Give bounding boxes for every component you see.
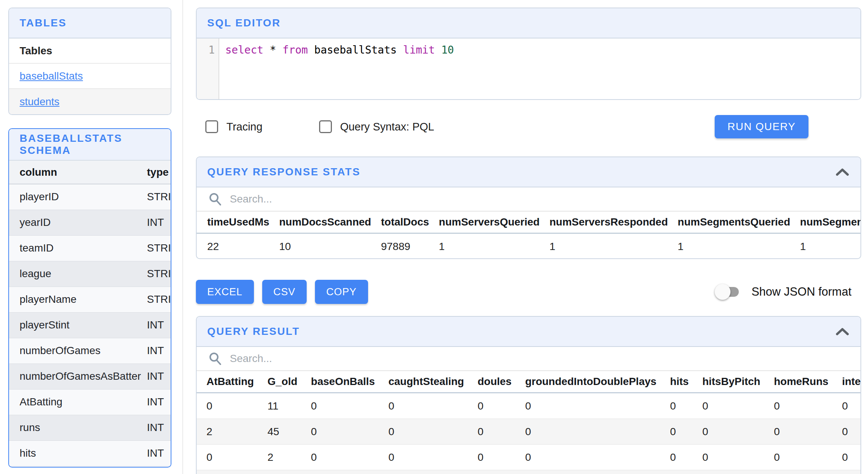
schema-row: leagueSTRING bbox=[9, 261, 171, 287]
result-cell: 0 bbox=[197, 393, 267, 419]
result-column-header[interactable]: doules bbox=[478, 371, 525, 393]
schema-column-type: INT bbox=[147, 389, 171, 415]
pql-checkbox[interactable] bbox=[319, 120, 332, 133]
result-search-input[interactable] bbox=[229, 352, 494, 365]
code-token: select bbox=[225, 44, 263, 56]
schema-column-name: hits bbox=[9, 440, 147, 466]
result-cell: 0 bbox=[670, 445, 702, 470]
result-cell bbox=[670, 470, 702, 474]
tracing-checkbox-group: Tracing bbox=[205, 120, 263, 133]
schema-column-type: INT bbox=[147, 440, 171, 466]
result-cell: 0 bbox=[842, 393, 861, 419]
toggle-knob bbox=[715, 284, 730, 300]
result-column-header[interactable]: hits bbox=[670, 371, 702, 393]
schema-column-name: yearID bbox=[9, 210, 147, 235]
excel-button[interactable]: EXCEL bbox=[196, 280, 254, 304]
run-query-button[interactable]: RUN QUERY bbox=[715, 115, 808, 138]
schema-row: playerStintINT bbox=[9, 312, 171, 338]
stats-column-header[interactable]: numDocsScanned bbox=[279, 212, 381, 233]
schema-column-type: STRING bbox=[147, 184, 171, 210]
stats-collapse-button[interactable] bbox=[834, 166, 851, 178]
result-column-header[interactable]: caughtStealing bbox=[388, 371, 478, 393]
copy-button[interactable]: COPY bbox=[315, 280, 368, 304]
stats-search-input[interactable] bbox=[229, 193, 494, 206]
result-cell: 0 bbox=[197, 445, 267, 470]
code-token bbox=[263, 44, 270, 56]
schema-row: yearIDINT bbox=[9, 210, 171, 235]
result-column-header[interactable]: G_old bbox=[267, 371, 311, 393]
result-cell: 0 bbox=[478, 445, 525, 470]
sql-editor-title: SQL EDITOR bbox=[207, 17, 281, 29]
stats-column-header[interactable]: timeUsedMs bbox=[197, 212, 279, 233]
stats-search-row bbox=[197, 187, 860, 212]
schema-col-header-type: type bbox=[147, 161, 171, 184]
code-token bbox=[276, 44, 283, 56]
result-collapse-button[interactable] bbox=[834, 326, 851, 337]
search-icon bbox=[208, 351, 222, 366]
sql-editor-header: SQL EDITOR bbox=[197, 8, 860, 38]
result-row bbox=[197, 470, 861, 474]
result-cell: 0 bbox=[388, 445, 478, 470]
result-cell: 0 bbox=[478, 393, 525, 419]
result-cell: 0 bbox=[702, 419, 774, 445]
code-token: baseballStats bbox=[308, 44, 403, 56]
stats-column-header[interactable]: numSegmentsProcessed bbox=[800, 212, 861, 233]
schema-column-name: playerStint bbox=[9, 312, 147, 338]
result-row: 24500000000 bbox=[197, 419, 861, 445]
search-icon bbox=[208, 192, 222, 206]
code-token bbox=[435, 44, 441, 56]
result-cell: 0 bbox=[842, 419, 861, 445]
result-panel-header: QUERY RESULT bbox=[197, 317, 860, 347]
stats-panel-header: QUERY RESPONSE STATS bbox=[197, 157, 860, 187]
tracing-checkbox[interactable] bbox=[205, 120, 218, 133]
result-cell: 0 bbox=[311, 445, 388, 470]
show-json-toggle[interactable] bbox=[717, 287, 739, 297]
table-link-students[interactable]: students bbox=[20, 96, 60, 108]
tables-panel-header: TABLES bbox=[9, 8, 171, 38]
sql-query-text[interactable]: select * from baseballStats limit 10 bbox=[219, 38, 860, 100]
result-cell bbox=[267, 470, 311, 474]
stats-column-header[interactable]: totalDocs bbox=[381, 212, 439, 233]
schema-panel-title: BASEBALLSTATS SCHEMA bbox=[20, 132, 161, 156]
stats-cell: 10 bbox=[279, 233, 381, 259]
schema-row: playerIDSTRING bbox=[9, 184, 171, 210]
code-token: limit bbox=[403, 44, 435, 56]
chevron-up-icon bbox=[836, 327, 849, 336]
result-column-header[interactable]: groundedIntoDoublePlays bbox=[525, 371, 670, 393]
result-column-header[interactable]: hitsByPitch bbox=[702, 371, 774, 393]
schema-column-name: numberOfGamesAsBatter bbox=[9, 364, 147, 389]
query-response-stats-panel: QUERY RESPONSE STATS timeUsedMsnumDocsSc… bbox=[196, 156, 861, 259]
tables-list: baseballStatsstudents bbox=[9, 64, 171, 114]
sql-code-editor[interactable]: 1 select * from baseballStats limit 10 bbox=[197, 38, 860, 100]
csv-button[interactable]: CSV bbox=[262, 280, 307, 304]
code-token: * bbox=[270, 44, 276, 56]
schema-column-type: INT bbox=[147, 338, 171, 364]
schema-column-name: AtBatting bbox=[9, 389, 147, 415]
result-column-header[interactable]: intentionalWalks bbox=[842, 371, 861, 393]
schema-column-type: STRING bbox=[147, 287, 171, 312]
result-cell: 0 bbox=[525, 393, 670, 419]
result-cell bbox=[388, 470, 478, 474]
schema-row: hitsINT bbox=[9, 440, 171, 466]
result-row: 01100000000 bbox=[197, 393, 861, 419]
result-column-header[interactable]: homeRuns bbox=[774, 371, 842, 393]
tables-panel: TABLES Tables baseballStatsstudents bbox=[8, 8, 171, 115]
result-cell: 0 bbox=[670, 419, 702, 445]
result-cell: 0 bbox=[774, 445, 842, 470]
schema-column-name: playerName bbox=[9, 287, 147, 312]
table-link-baseballStats[interactable]: baseballStats bbox=[20, 70, 83, 82]
stats-cell: 97889 bbox=[381, 233, 439, 259]
stats-column-header[interactable]: numSegmentsQueried bbox=[678, 212, 800, 233]
result-column-header[interactable]: baseOnBalls bbox=[311, 371, 388, 393]
result-cell bbox=[311, 470, 388, 474]
result-cell: 0 bbox=[702, 445, 774, 470]
stats-cell: 1 bbox=[678, 233, 800, 259]
schema-row: playerNameSTRING bbox=[9, 287, 171, 312]
result-column-header[interactable]: AtBatting bbox=[197, 371, 267, 393]
tracing-label: Tracing bbox=[226, 121, 263, 133]
stats-column-header[interactable]: numServersResponded bbox=[549, 212, 677, 233]
schema-column-name: teamID bbox=[9, 235, 147, 261]
tables-panel-title: TABLES bbox=[20, 17, 67, 29]
stats-panel-title: QUERY RESPONSE STATS bbox=[207, 166, 361, 178]
stats-column-header[interactable]: numServersQueried bbox=[439, 212, 550, 233]
